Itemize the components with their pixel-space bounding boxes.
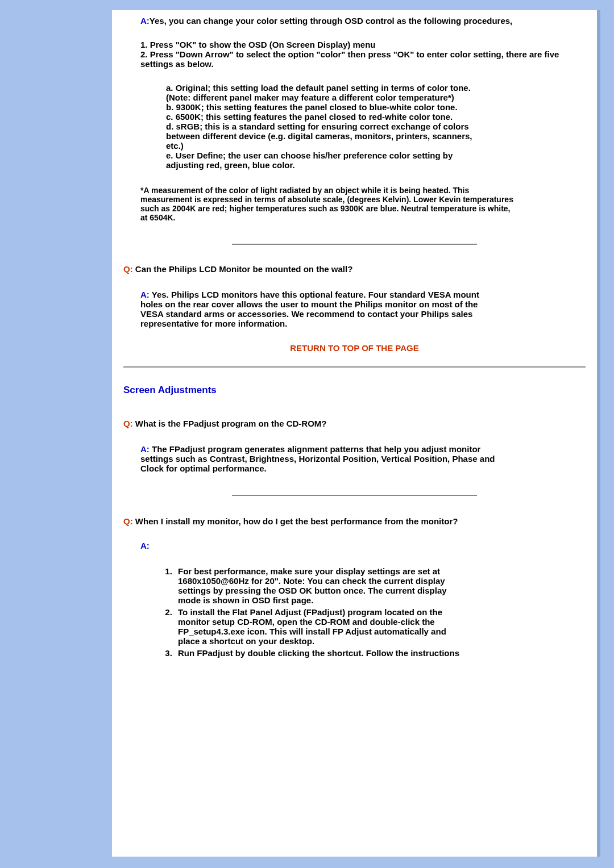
step-install-fpadjust: To install the Flat Panel Adjust (FPadju… [175, 607, 470, 646]
step-2: 2. Press "Down Arrow" to select the opti… [140, 49, 586, 69]
faq-answer-fpadjust: A: The FPadjust program generates alignm… [140, 444, 499, 473]
question-text: When I install my monitor, how do I get … [133, 516, 458, 526]
option-b-9300k: b. 9300K; this setting features the pane… [166, 102, 482, 112]
color-options-list: a. Original; this setting load the defau… [166, 83, 482, 170]
option-e-user-define: e. User Define; the user can choose his/… [166, 151, 482, 170]
divider [232, 495, 477, 496]
faq-question-best-performance: Q: When I install my monitor, how do I g… [123, 516, 586, 526]
best-performance-steps: For best performance, make sure your dis… [163, 566, 470, 658]
step-display-settings: For best performance, make sure your dis… [175, 566, 470, 605]
answer-label: A: [140, 444, 150, 454]
question-label: Q: [123, 516, 133, 526]
color-temperature-footnote: *A measurement of the color of light rad… [140, 186, 516, 222]
return-to-top-link[interactable]: RETURN TO TOP OF THE PAGE [123, 343, 586, 353]
section-title-screen-adjustments: Screen Adjustments [123, 385, 586, 396]
answer-text: Yes. Philips LCD monitors have this opti… [140, 290, 479, 328]
answer-intro-text: Yes, you can change your color setting t… [150, 16, 512, 26]
answer-label: A: [140, 290, 150, 299]
option-c-6500k: c. 6500K; this setting features the pane… [166, 112, 482, 122]
answer-label-standalone: A: [140, 541, 586, 550]
question-label: Q: [123, 264, 133, 274]
step-1: 1. Press "OK" to show the OSD (On Screen… [140, 40, 586, 49]
faq-question-fpadjust: Q: What is the FPadjust program on the C… [123, 419, 586, 428]
option-a-original: a. Original; this setting load the defau… [166, 83, 482, 102]
osd-steps: 1. Press "OK" to show the OSD (On Screen… [140, 40, 586, 69]
question-text: What is the FPadjust program on the CD-R… [133, 419, 327, 428]
question-label: Q: [123, 419, 133, 428]
answer-label: A: [140, 16, 150, 26]
page-background: A:Yes, you can change your color setting… [0, 0, 614, 868]
faq-answer-wall-mount: A: Yes. Philips LCD monitors have this o… [140, 290, 499, 328]
step-run-fpadjust: Run FPadjust by double clicking the shor… [175, 648, 470, 658]
faq-answer-color-settings: A:Yes, you can change your color setting… [140, 16, 586, 222]
faq-question-wall-mount: Q: Can the Philips LCD Monitor be mounte… [123, 264, 586, 274]
divider [232, 244, 477, 245]
option-d-srgb: d. sRGB; this is a standard setting for … [166, 122, 482, 151]
question-text: Can the Philips LCD Monitor be mounted o… [133, 264, 353, 274]
content-sheet: A:Yes, you can change your color setting… [112, 10, 600, 857]
section-divider [123, 366, 586, 368]
answer-text: The FPadjust program generates alignment… [140, 444, 495, 473]
